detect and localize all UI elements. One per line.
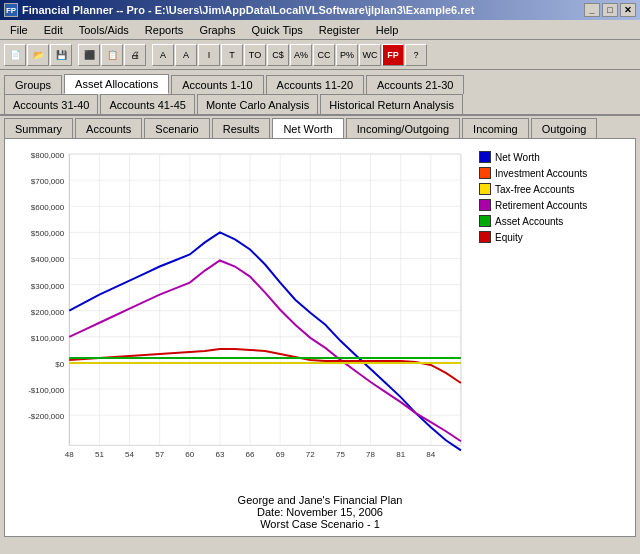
footer-line2: Date: November 15, 2006 — [5, 506, 635, 518]
toolbar-fp[interactable]: FP — [382, 44, 404, 66]
legend-item-asset: Asset Accounts — [479, 215, 623, 227]
legend-color-equity — [479, 231, 491, 243]
chart-tab-results[interactable]: Results — [212, 118, 271, 138]
svg-text:-$200,000: -$200,000 — [28, 412, 65, 421]
chart-footer: George and Jane's Financial Plan Date: N… — [5, 490, 635, 536]
chart-tab-summary[interactable]: Summary — [4, 118, 73, 138]
app-icon: FP — [4, 3, 18, 17]
svg-text:$600,000: $600,000 — [31, 203, 65, 212]
toolbar-btn8[interactable]: A — [175, 44, 197, 66]
toolbar-open[interactable]: 📂 — [27, 44, 49, 66]
toolbar-save[interactable]: 💾 — [50, 44, 72, 66]
chart-area: $800,000 $700,000 $600,000 $500,000 $400… — [5, 139, 635, 490]
svg-text:48: 48 — [65, 450, 74, 459]
svg-text:51: 51 — [95, 450, 104, 459]
svg-text:60: 60 — [185, 450, 194, 459]
nav-tab-accounts-1-10[interactable]: Accounts 1-10 — [171, 75, 263, 94]
title-bar: FP Financial Planner -- Pro - E:\Users\J… — [0, 0, 640, 20]
menu-quicktips[interactable]: Quick Tips — [243, 22, 310, 38]
menu-edit[interactable]: Edit — [36, 22, 71, 38]
nav-tab-historical-return[interactable]: Historical Return Analysis — [320, 94, 463, 114]
legend-item-net-worth: Net Worth — [479, 151, 623, 163]
toolbar-btn9[interactable]: I — [198, 44, 220, 66]
svg-text:$500,000: $500,000 — [31, 229, 65, 238]
svg-text:75: 75 — [336, 450, 345, 459]
svg-text:$800,000: $800,000 — [31, 151, 65, 160]
nav-row-2: Accounts 31-40 Accounts 41-45 Monte Carl… — [0, 94, 640, 116]
toolbar-help[interactable]: ? — [405, 44, 427, 66]
toolbar-new[interactable]: 📄 — [4, 44, 26, 66]
toolbar-btn15[interactable]: P% — [336, 44, 358, 66]
svg-text:69: 69 — [276, 450, 285, 459]
footer-line3: Worst Case Scenario - 1 — [5, 518, 635, 530]
nav-tab-accounts-31-40[interactable]: Accounts 31-40 — [4, 94, 98, 114]
menu-reports[interactable]: Reports — [137, 22, 192, 38]
svg-text:54: 54 — [125, 450, 134, 459]
nav-tab-monte-carlo[interactable]: Monte Carlo Analysis — [197, 94, 318, 114]
nav-tab-accounts-11-20[interactable]: Accounts 11-20 — [266, 75, 364, 94]
svg-text:78: 78 — [366, 450, 375, 459]
legend-label-asset: Asset Accounts — [495, 216, 563, 227]
menu-graphs[interactable]: Graphs — [191, 22, 243, 38]
nav-tab-groups[interactable]: Groups — [4, 75, 62, 94]
chart-tab-incoming[interactable]: Incoming — [462, 118, 529, 138]
chart-legend: Net Worth Investment Accounts Tax-free A… — [471, 143, 631, 486]
svg-text:-$100,000: -$100,000 — [28, 386, 65, 395]
legend-item-investment: Investment Accounts — [479, 167, 623, 179]
toolbar-btn11[interactable]: TO — [244, 44, 266, 66]
close-button[interactable]: ✕ — [620, 3, 636, 17]
legend-color-asset — [479, 215, 491, 227]
toolbar-btn10[interactable]: T — [221, 44, 243, 66]
chart-tabs-row: Summary Accounts Scenario Results Net Wo… — [0, 116, 640, 138]
svg-text:57: 57 — [155, 450, 164, 459]
toolbar-btn7[interactable]: A — [152, 44, 174, 66]
nav-tab-accounts-41-45[interactable]: Accounts 41-45 — [100, 94, 194, 114]
chart-tab-outgoing[interactable]: Outgoing — [531, 118, 598, 138]
nav-row-1: Groups Asset Allocations Accounts 1-10 A… — [0, 70, 640, 94]
footer-line1: George and Jane's Financial Plan — [5, 494, 635, 506]
legend-item-retirement: Retirement Accounts — [479, 199, 623, 211]
svg-text:$300,000: $300,000 — [31, 282, 65, 291]
menu-register[interactable]: Register — [311, 22, 368, 38]
legend-color-net-worth — [479, 151, 491, 163]
chart-container: $800,000 $700,000 $600,000 $500,000 $400… — [9, 143, 471, 486]
svg-text:$100,000: $100,000 — [31, 334, 65, 343]
chart-tab-scenario[interactable]: Scenario — [144, 118, 209, 138]
svg-text:66: 66 — [246, 450, 255, 459]
legend-label-net-worth: Net Worth — [495, 152, 540, 163]
window-title: Financial Planner -- Pro - E:\Users\Jim\… — [22, 4, 474, 16]
chart-tab-incoming-outgoing[interactable]: Incoming/Outgoing — [346, 118, 460, 138]
legend-color-retirement — [479, 199, 491, 211]
menu-help[interactable]: Help — [368, 22, 407, 38]
svg-text:$400,000: $400,000 — [31, 256, 65, 265]
legend-label-investment: Investment Accounts — [495, 168, 587, 179]
legend-label-retirement: Retirement Accounts — [495, 200, 587, 211]
chart-tab-net-worth[interactable]: Net Worth — [272, 118, 343, 138]
legend-label-taxfree: Tax-free Accounts — [495, 184, 574, 195]
toolbar-btn13[interactable]: A% — [290, 44, 312, 66]
svg-text:$200,000: $200,000 — [31, 308, 65, 317]
svg-text:72: 72 — [306, 450, 315, 459]
svg-text:81: 81 — [396, 450, 405, 459]
svg-rect-1 — [69, 154, 461, 445]
legend-color-investment — [479, 167, 491, 179]
main-content: $800,000 $700,000 $600,000 $500,000 $400… — [4, 138, 636, 537]
minimize-button[interactable]: _ — [584, 3, 600, 17]
svg-text:$700,000: $700,000 — [31, 177, 65, 186]
toolbar-btn5[interactable]: 📋 — [101, 44, 123, 66]
toolbar-btn6[interactable]: 🖨 — [124, 44, 146, 66]
toolbar-btn12[interactable]: C$ — [267, 44, 289, 66]
nav-tab-accounts-21-30[interactable]: Accounts 21-30 — [366, 75, 464, 94]
nav-tab-asset-allocations[interactable]: Asset Allocations — [64, 74, 169, 94]
menu-file[interactable]: File — [2, 22, 36, 38]
legend-label-equity: Equity — [495, 232, 523, 243]
menu-tools[interactable]: Tools/Aids — [71, 22, 137, 38]
maximize-button[interactable]: □ — [602, 3, 618, 17]
chart-tab-accounts[interactable]: Accounts — [75, 118, 142, 138]
toolbar-btn16[interactable]: WC — [359, 44, 381, 66]
legend-item-taxfree: Tax-free Accounts — [479, 183, 623, 195]
svg-text:$0: $0 — [55, 360, 64, 369]
legend-color-taxfree — [479, 183, 491, 195]
toolbar-btn14[interactable]: CC — [313, 44, 335, 66]
toolbar-btn4[interactable]: ⬛ — [78, 44, 100, 66]
